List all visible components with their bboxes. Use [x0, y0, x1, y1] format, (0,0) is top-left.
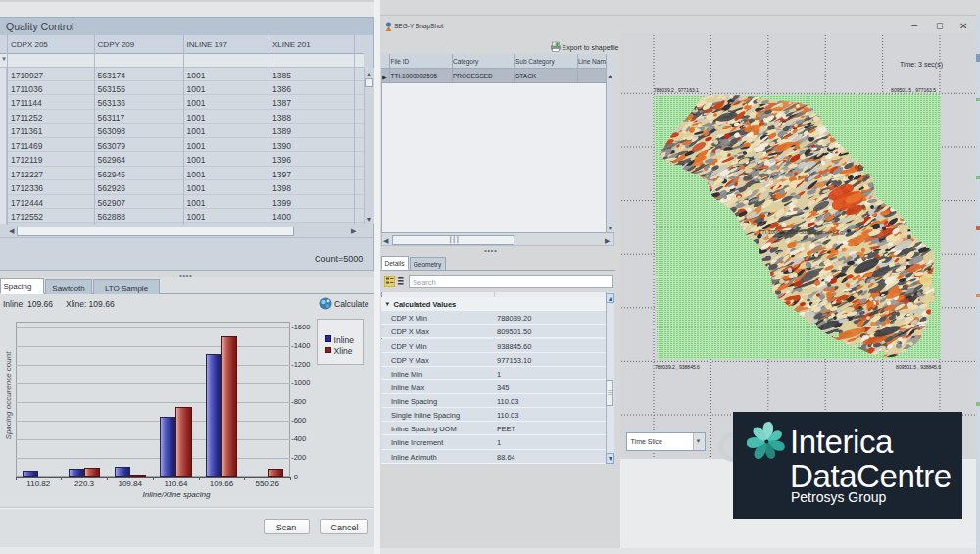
svg-text:TTI.1000002595 3dSaltDome=10 g: TTI.1000002595 3dSaltDome=10 gy: [759, 229, 846, 235]
